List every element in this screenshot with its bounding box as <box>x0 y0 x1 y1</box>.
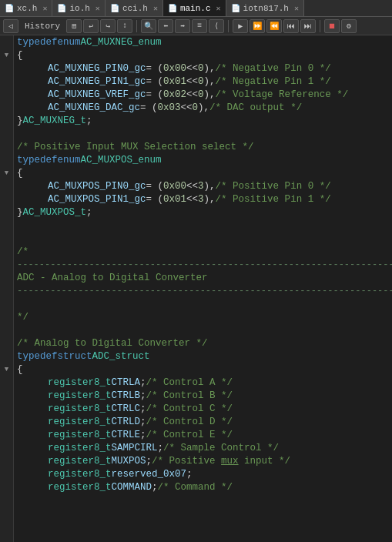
gutter-5 <box>0 101 13 114</box>
plain-shift-3: << <box>181 102 193 113</box>
gutter-16 <box>0 245 13 258</box>
cm-pos-pin1: /* Positive Pin 1 */ <box>216 194 331 205</box>
code-line-3: AC_MUXNEG_PIN1_gc = ( 0x01 << 0 ), /* Ne… <box>14 75 392 88</box>
tab-icon-iotn817-h: 📄 <box>231 4 240 13</box>
gutter-3 <box>0 75 13 88</box>
toolbar-btn10[interactable]: ⏩ <box>250 19 265 33</box>
type-reg8-9: register8_t <box>48 482 112 493</box>
plain-close-0: ), <box>204 63 216 74</box>
toolbar-btn14[interactable]: ⚙ <box>341 19 357 33</box>
tab-iotn817-h[interactable]: 📄 iotn817.h ✕ <box>226 0 304 17</box>
toolbar: ◁ History ⊞ ↩ ↪ ↕ 🔍 ⬅ ➡ ≡ ⟨ ▶ ⏩ ⏪ ⏮ ⏭ ⏹ … <box>0 17 392 35</box>
cm-ctrlb: /* Control B */ <box>146 390 233 401</box>
type-reg8-1: register8_t <box>48 377 112 388</box>
code-line-27: register8_t CTRLB ; /* Control B */ <box>14 389 392 402</box>
reg-ctrld: CTRLD <box>112 417 141 427</box>
brace-close-2: } <box>17 207 23 218</box>
num-0x01: 0x01 <box>163 76 186 87</box>
code-line-24: typedef struct ADC_struct <box>14 350 392 363</box>
cm-pos-pin0: /* Positive Pin 0 */ <box>216 181 331 192</box>
code-line-34: register8_t COMMAND ; /* Command */ <box>14 480 392 493</box>
toolbar-btn2[interactable]: ↩ <box>83 19 99 33</box>
plain-close-3: ), <box>198 102 209 113</box>
id-muxpos-t: AC_MUXPOS_t <box>23 207 87 218</box>
tab-main-c[interactable]: 📄 main.c ✕ <box>163 0 226 17</box>
toolbar-btn3[interactable]: ↪ <box>100 19 116 33</box>
hr-dash-1: ----------------------------------------… <box>17 259 392 270</box>
toolbar-btn13[interactable]: ⏭ <box>300 19 316 33</box>
reg-ctrla: CTRLA <box>112 377 141 388</box>
plain-semi-r1: ; <box>140 377 146 388</box>
gutter-9 <box>0 153 13 166</box>
toolbar-btn7[interactable]: ≡ <box>192 19 207 33</box>
gutter-2 <box>0 62 13 75</box>
code-line-31: register8_t SAMPCIRL ; /* Sample Control… <box>14 441 392 454</box>
kw-typedef: typedef <box>17 37 58 48</box>
type-reg8-6: register8_t <box>48 443 112 453</box>
toolbar-btn9[interactable]: ▶ <box>233 19 248 33</box>
gutter-10[interactable]: ▼ <box>0 166 13 179</box>
plain-eq-0: = ( <box>146 63 164 74</box>
gutter-25[interactable]: ▼ <box>0 363 13 376</box>
plain-semi-r9: ; <box>152 482 158 493</box>
toolbar-btn8[interactable]: ⟨ <box>209 19 224 33</box>
code-line-hr1: ----------------------------------------… <box>14 258 392 271</box>
num-0-2: 0 <box>198 89 204 100</box>
gutter-17 <box>0 258 13 271</box>
gutter-21 <box>0 310 13 323</box>
tab-close-cci-h[interactable]: ✕ <box>153 4 158 13</box>
macro-pos-pin1: AC_MUXPOS_PIN1_gc <box>48 194 146 205</box>
toolbar-btn4[interactable]: ↕ <box>117 19 132 33</box>
reg-muxpos: MUXPOS <box>112 456 146 467</box>
toolbar-btn11[interactable]: ⏪ <box>266 19 282 33</box>
brace-close-1: } <box>17 115 23 126</box>
num-p3-1: 3 <box>198 194 204 205</box>
gutter-18 <box>0 271 13 284</box>
kw-typedef-3: typedef <box>17 351 58 362</box>
code-editor[interactable]: typedef enum AC_MUXNEG_enum { AC_MUXNEG_… <box>14 35 392 542</box>
tab-icon-main-c: 📄 <box>168 4 177 13</box>
toolbar-back-btn[interactable]: ◁ <box>3 19 18 33</box>
num-0x02: 0x02 <box>163 89 186 100</box>
toolbar-search-btn[interactable]: 🔍 <box>141 19 156 33</box>
tab-cci-h[interactable]: 📄 cci.h ✕ <box>106 0 163 17</box>
plain-shift-p0: << <box>186 181 198 192</box>
gutter-30 <box>0 428 13 441</box>
num-0-0: 0 <box>198 63 204 74</box>
tab-io-h[interactable]: 📄 io.h ✕ <box>52 0 105 17</box>
reg-reserved: reserved_0x07 <box>112 469 187 480</box>
toolbar-btn5[interactable]: ⬅ <box>158 19 173 33</box>
plain-semi-r6: ; <box>158 443 164 453</box>
code-line-29: register8_t CTRLD ; /* Control D */ <box>14 415 392 428</box>
num-0-3: 0 <box>193 102 199 113</box>
reg-command: COMMAND <box>112 482 152 493</box>
tab-close-main-c[interactable]: ✕ <box>216 4 221 13</box>
toolbar-btn1[interactable]: ⊞ <box>66 19 82 33</box>
gutter-28 <box>0 402 13 415</box>
reg-ctrle: CTRLE <box>112 430 141 440</box>
id-muxneg-t: AC_MUXNEG_t <box>23 115 87 126</box>
toolbar-history-label[interactable]: History <box>20 22 65 31</box>
tab-label-cci-h: cci.h <box>122 4 148 13</box>
tab-label-io-h: io.h <box>69 4 89 13</box>
toolbar-sep3 <box>320 20 320 32</box>
gutter-1[interactable]: ▼ <box>0 49 13 62</box>
code-line-28: register8_t CTRLC ; /* Control C */ <box>14 402 392 415</box>
toolbar-stop-btn[interactable]: ⏹ <box>324 19 340 33</box>
cm-sampcirl: /* Sample Control */ <box>163 443 279 453</box>
tab-icon-io-h: 📄 <box>57 4 66 13</box>
hr-dash-2: ----------------------------------------… <box>17 286 392 296</box>
tab-xc-h[interactable]: 📄 xc.h ✕ <box>0 0 52 17</box>
tab-close-iotn817-h[interactable]: ✕ <box>294 4 299 13</box>
type-reg8-4: register8_t <box>48 417 112 427</box>
toolbar-btn12[interactable]: ⏮ <box>283 19 299 33</box>
tab-close-io-h[interactable]: ✕ <box>95 4 100 13</box>
tab-close-xc-h[interactable]: ✕ <box>42 4 47 13</box>
id-ac-muxneg: AC_MUXNEG_enum <box>81 37 162 48</box>
code-line-12: AC_MUXPOS_PIN1_gc = ( 0x01 << 3 ), /* Po… <box>14 192 392 206</box>
toolbar-btn6[interactable]: ➡ <box>175 19 190 33</box>
code-line-2: AC_MUXNEG_PIN0_gc = ( 0x00 << 0 ), /* Ne… <box>14 62 392 75</box>
gutter-15 <box>0 232 13 245</box>
num-0x03: 0x03 <box>158 102 181 113</box>
plain-eq-3: = ( <box>140 102 158 113</box>
